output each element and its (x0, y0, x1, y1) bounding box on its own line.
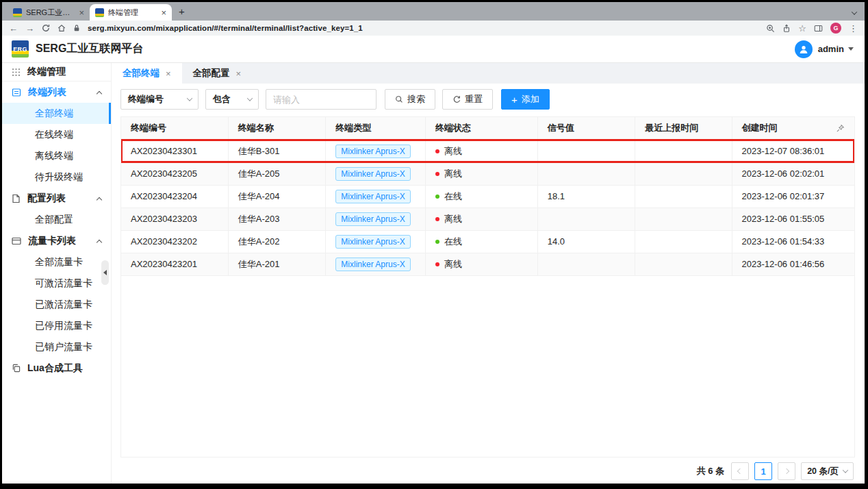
reset-button[interactable]: 重置 (442, 89, 493, 110)
tab-all-configs[interactable]: 全部配置 × (182, 63, 253, 84)
sidebar-group-label: 终端列表 (28, 86, 66, 99)
forward-button[interactable]: → (25, 24, 34, 33)
reload-button[interactable] (42, 24, 50, 32)
home-button[interactable] (58, 24, 66, 32)
back-button[interactable]: ← (9, 24, 18, 33)
chevron-down-icon (187, 95, 192, 101)
add-button[interactable]: + 添加 (501, 89, 550, 110)
status-dot (435, 172, 439, 176)
chevron-down-icon (247, 95, 253, 101)
cell-terminal-name: 佳华A-202 (228, 230, 325, 253)
close-tab-icon[interactable]: × (236, 68, 242, 79)
cell-last-report (635, 208, 732, 230)
table-row[interactable]: AX20230423202 佳华A-202 Mixlinker Aprus-X … (121, 230, 854, 253)
status-label: 离线 (444, 259, 462, 269)
tab-all-terminals[interactable]: 全部终端 × (112, 63, 182, 84)
pagination: 共 6 条 1 20 条/页 (120, 462, 855, 481)
grid-icon (12, 68, 21, 77)
terminal-type-tag: Mixlinker Aprus-X (335, 167, 410, 181)
username[interactable]: admin (818, 44, 844, 54)
sidebar-item-upgrade-pending-terminals[interactable]: 待升级终端 (2, 166, 111, 188)
sim-card-icon (12, 237, 21, 245)
chevron-down-icon (843, 467, 848, 473)
close-tab-icon[interactable]: × (161, 8, 166, 17)
user-menu-caret-icon[interactable] (848, 47, 854, 51)
cell-terminal-id: AX20230423205 (121, 162, 228, 185)
browser-tab-serg[interactable]: SERG工业互联网平台 × (8, 4, 90, 21)
sidebar-group-sim-card-list[interactable]: 流量卡列表 (2, 230, 111, 251)
terminal-list-icon (12, 88, 21, 97)
page-1-button[interactable]: 1 (754, 462, 772, 480)
side-panel-button[interactable] (814, 25, 823, 32)
table-row[interactable]: AX20230423301 佳华B-301 Mixlinker Aprus-X … (121, 140, 854, 162)
cell-last-report (635, 140, 732, 162)
keyword-input[interactable] (266, 89, 376, 110)
serg-favicon (13, 8, 22, 17)
field-select[interactable]: 终端编号 (120, 89, 199, 110)
sidebar-collapse-handle[interactable] (101, 260, 109, 285)
table-header-row: 终端编号 终端名称 终端类型 终端状态 信号值 最近上报时间 创建时间 (121, 117, 854, 140)
sidebar-group-terminal-list[interactable]: 终端列表 (2, 82, 111, 103)
chevron-up-icon (97, 87, 101, 98)
cell-signal (537, 162, 635, 185)
pin-icon[interactable] (836, 124, 845, 133)
sidebar-item-all-configs[interactable]: 全部配置 (2, 209, 111, 230)
sidebar-group-config-list[interactable]: 配置列表 (2, 188, 111, 209)
document-icon (12, 194, 21, 203)
terminal-type-tag: Mixlinker Aprus-X (335, 212, 410, 226)
sidebar-item-all-sim-cards[interactable]: 全部流量卡 (2, 251, 111, 273)
next-page-button[interactable] (778, 462, 795, 480)
terminal-type-tag: Mixlinker Aprus-X (335, 190, 410, 203)
cell-terminal-name: 佳华A-204 (228, 185, 325, 208)
cell-created: 2023-12-07 08:36:01 (732, 140, 854, 162)
sidebar-item-activated-sim-cards[interactable]: 已激活流量卡 (2, 294, 111, 315)
cell-signal: 18.1 (537, 185, 635, 208)
user-avatar-icon[interactable] (795, 40, 813, 58)
sidebar-item-closed-sim-cards[interactable]: 已销户流量卡 (2, 336, 111, 358)
table-row[interactable]: AX20230423204 佳华A-204 Mixlinker Aprus-X … (121, 185, 854, 208)
serg-logo: ERG (12, 40, 29, 58)
cell-last-report (635, 253, 732, 275)
sidebar-item-online-terminals[interactable]: 在线终端 (2, 124, 111, 145)
app-title: SERG工业互联网平台 (36, 42, 143, 56)
cell-created: 2023-12-06 01:55:05 (732, 208, 854, 230)
sidebar-item-suspended-sim-cards[interactable]: 已停用流量卡 (2, 315, 111, 336)
search-button[interactable]: 搜索 (385, 89, 435, 110)
new-tab-button[interactable]: + (179, 5, 185, 17)
address-url[interactable]: serg.mixyun.com/mixapplication/#/termina… (88, 24, 363, 32)
sidebar-item-terminal-management[interactable]: 终端管理 (2, 63, 111, 82)
cell-terminal-id: AX20230423202 (121, 230, 228, 253)
bookmark-star-button[interactable]: ☆ (798, 24, 806, 33)
terminal-table: 终端编号 终端名称 终端类型 终端状态 信号值 最近上报时间 创建时间 (120, 116, 855, 457)
col-terminal-id: 终端编号 (121, 117, 228, 140)
cell-signal (537, 140, 635, 162)
zoom-icon[interactable] (766, 24, 775, 33)
sidebar-item-activatable-sim-cards[interactable]: 可激活流量卡 (2, 273, 111, 294)
status-dot (435, 217, 439, 221)
sidebar-item-offline-terminals[interactable]: 离线终端 (2, 145, 111, 166)
table-row[interactable]: AX20230423205 佳华A-205 Mixlinker Aprus-X … (121, 162, 854, 185)
status-label: 离线 (444, 146, 462, 156)
table-row[interactable]: AX20230423203 佳华A-203 Mixlinker Aprus-X … (121, 208, 854, 230)
col-terminal-name: 终端名称 (228, 117, 325, 140)
browser-menu-dots-button[interactable]: ⋮ (849, 24, 858, 33)
cell-terminal-name: 佳华A-203 (228, 208, 325, 230)
table-row[interactable]: AX20230423201 佳华A-201 Mixlinker Aprus-X … (121, 253, 854, 275)
close-tab-icon[interactable]: × (79, 8, 84, 17)
browser-profile-avatar[interactable]: G (830, 23, 841, 34)
sidebar-group-label: 配置列表 (27, 192, 66, 205)
cell-terminal-name: 佳华B-301 (228, 140, 325, 162)
sidebar-item-lua-tool[interactable]: Lua合成工具 (2, 358, 111, 379)
prev-page-button[interactable] (731, 462, 749, 480)
sidebar-item-label: Lua合成工具 (27, 362, 83, 375)
tab-search-chevron-icon[interactable] (852, 5, 856, 18)
reset-icon (452, 95, 461, 103)
page-size-select[interactable]: 20 条/页 (801, 462, 854, 480)
operator-select[interactable]: 包含 (205, 89, 259, 110)
col-terminal-type: 终端类型 (326, 117, 426, 140)
browser-tab-terminal-manage[interactable]: 终端管理 × (90, 4, 172, 21)
close-tab-icon[interactable]: × (166, 68, 171, 79)
filter-bar: 终端编号 包含 搜索 重置 (120, 89, 855, 110)
sidebar-item-all-terminals[interactable]: 全部终端 (2, 103, 111, 124)
share-button[interactable] (782, 24, 791, 33)
